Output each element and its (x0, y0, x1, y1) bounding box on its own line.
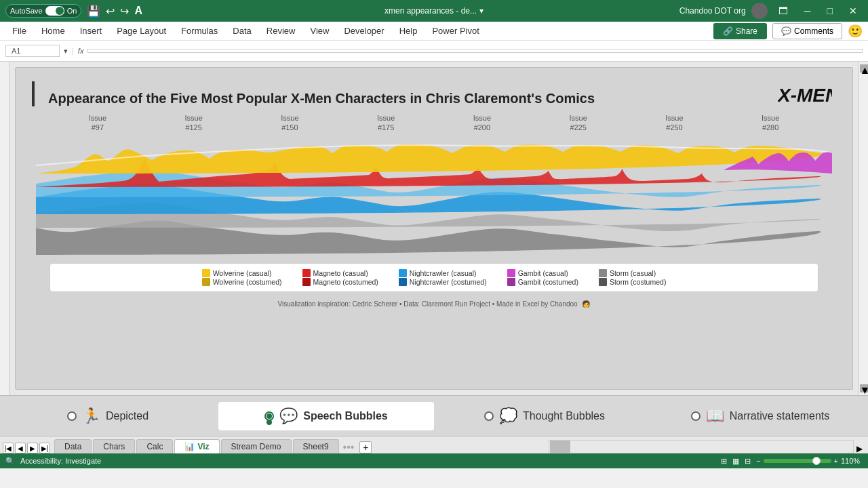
annotation-bar: 🏃 Depicted 💬 Speech Bubbles 💭 Thought Bu… (0, 395, 868, 436)
scrollbar-thumb[interactable] (550, 441, 570, 453)
minimize-button[interactable]: ─ (799, 4, 816, 18)
annotation-radio-narrative[interactable] (691, 411, 701, 421)
maximize-button[interactable]: □ (822, 4, 838, 18)
chart-inner: Appearance of the Five Most Popular X-Me… (16, 68, 852, 389)
menu-page-layout[interactable]: Page Layout (110, 23, 173, 39)
menu-review[interactable]: Review (260, 23, 302, 39)
tab-viz[interactable]: 📊 Viz (174, 439, 219, 453)
formula-bar-expand[interactable]: ▾ (64, 47, 68, 56)
menu-formulas[interactable]: Formulas (174, 23, 224, 39)
undo-icon[interactable]: ↩ (106, 5, 115, 18)
annotation-radio-speech[interactable] (264, 411, 274, 421)
title-bar: AutoSave On 💾 ↩ ↪ A xmen appearances - d… (0, 0, 868, 22)
autosave-toggle[interactable]: AutoSave On (5, 4, 81, 18)
window-title: xmen appearances - de... (384, 6, 477, 16)
magneto-swatch (302, 269, 311, 277)
annotation-radio-thought[interactable] (484, 411, 494, 421)
legend-nightcrawler: Nightcrawler (casual) Nightcrawler (cost… (399, 269, 487, 286)
issue-label-150: Issue#150 (281, 113, 298, 133)
menu-developer[interactable]: Developer (337, 23, 391, 39)
menu-insert[interactable]: Insert (73, 23, 109, 39)
formula-bar-name[interactable]: A1 (5, 45, 60, 57)
view-break-button[interactable]: ⊟ (745, 457, 751, 466)
redo-icon[interactable]: ↪ (120, 5, 129, 18)
annotation-thought-bubbles[interactable]: 💭 Thought Bubbles (437, 402, 652, 430)
menu-data[interactable]: Data (226, 23, 258, 39)
autosave-toggle-track (45, 6, 64, 16)
close-button[interactable]: ✕ (844, 4, 863, 18)
issue-label-250: Issue#250 (665, 113, 683, 133)
horizontal-scrollbar[interactable] (549, 440, 854, 453)
menu-home[interactable]: Home (35, 23, 72, 39)
gambit-costumed-swatch (507, 278, 515, 286)
vertical-scrollbar[interactable]: ▲ ▼ (859, 62, 868, 395)
tab-last-button[interactable]: ▶| (39, 443, 50, 453)
scroll-right-button[interactable]: ▶ (854, 444, 865, 453)
zoom-out-button[interactable]: − (756, 457, 760, 465)
menu-view[interactable]: View (303, 23, 336, 39)
tab-prev-button[interactable]: ◀ (15, 443, 26, 453)
annotation-radio-depicted[interactable] (67, 411, 77, 421)
menu-power-pivot[interactable]: Power Pivot (425, 23, 486, 39)
narrative-icon: 📖 (706, 407, 724, 425)
formula-bar-input[interactable] (87, 49, 863, 53)
viz-icon: 📊 (184, 442, 195, 451)
depicted-icon: 🏃 (82, 407, 100, 425)
tab-sheet9[interactable]: Sheet9 (293, 439, 339, 453)
menu-help[interactable]: Help (393, 23, 425, 39)
scroll-down-button[interactable]: ▼ (860, 384, 868, 392)
tab-chars[interactable]: Chars (93, 439, 135, 453)
tab-first-button[interactable]: |◀ (3, 443, 14, 453)
ribbon-toggle-button[interactable]: 🗖 (773, 4, 793, 18)
view-normal-button[interactable]: ⊞ (721, 457, 727, 466)
title-dropdown-icon[interactable]: ▾ (479, 6, 484, 16)
issue-label-125: Issue#125 (184, 113, 202, 133)
issue-label-200: Issue#200 (473, 113, 491, 133)
issue-labels: Issue#97 Issue#125 Issue#150 Issue#175 I… (22, 113, 846, 133)
legend-wolverine: Wolverine (casual) Wolverine (costumed) (202, 269, 282, 286)
comments-button[interactable]: 💬 Comments (772, 23, 842, 39)
gambit-swatch (507, 269, 515, 277)
zoom-control[interactable]: − + 110% (756, 457, 863, 465)
issue-label-97: Issue#97 (89, 113, 106, 133)
share-button[interactable]: 🔗 Share (713, 23, 767, 39)
gambit-casual-label: Gambit (casual) (518, 269, 568, 277)
annotation-speech-bubbles[interactable]: 💬 Speech Bubbles (218, 402, 434, 430)
worksheet: Appearance of the Five Most Popular X-Me… (9, 62, 859, 395)
font-icon[interactable]: A (134, 5, 142, 17)
menu-file[interactable]: File (5, 23, 33, 39)
autosave-label: AutoSave (10, 7, 43, 15)
view-layout-button[interactable]: ▦ (732, 457, 739, 466)
tab-calc[interactable]: Calc (136, 439, 173, 453)
nightcrawler-casual-label: Nightcrawler (casual) (410, 269, 477, 277)
row-headers (0, 62, 9, 395)
autosave-state: On (67, 7, 77, 15)
annotation-label-depicted: Depicted (106, 410, 149, 422)
annotation-narrative[interactable]: 📖 Narrative statements (652, 402, 868, 430)
tab-data[interactable]: Data (54, 439, 92, 453)
save-icon[interactable]: 💾 (87, 5, 100, 18)
add-sheet-button[interactable]: + (359, 441, 372, 453)
svg-text:X-MEN: X-MEN (778, 85, 832, 106)
annotation-depicted[interactable]: 🏃 Depicted (0, 402, 216, 430)
issue-label-175: Issue#175 (377, 113, 395, 133)
wolverine-swatch (202, 269, 210, 277)
scroll-up-button[interactable]: ▲ (860, 64, 868, 73)
chart-svg-container (22, 133, 846, 258)
legend-storm: Storm (casual) Storm (costumed) (599, 269, 666, 286)
nightcrawler-swatch (399, 269, 407, 277)
annotation-label-narrative: Narrative statements (730, 410, 830, 422)
magneto-costumed-swatch (302, 278, 311, 286)
tab-next-button[interactable]: ▶ (27, 443, 38, 453)
xmen-logo: X-MEN (778, 80, 832, 112)
zoom-in-button[interactable]: + (834, 457, 838, 465)
zoom-thumb[interactable] (812, 457, 821, 465)
storm-casual-label: Storm (casual) (610, 269, 656, 277)
emoji-button[interactable]: 🙂 (848, 24, 863, 39)
storm-costumed-label: Storm (costumed) (610, 278, 666, 286)
chart-area: Appearance of the Five Most Popular X-Me… (15, 67, 853, 390)
tab-controls: ••• + (343, 441, 372, 453)
tab-stream-demo[interactable]: Stream Demo (221, 439, 292, 453)
accessibility-text: Accessibility: Investigate (20, 457, 101, 465)
zoom-slider[interactable] (764, 459, 831, 463)
